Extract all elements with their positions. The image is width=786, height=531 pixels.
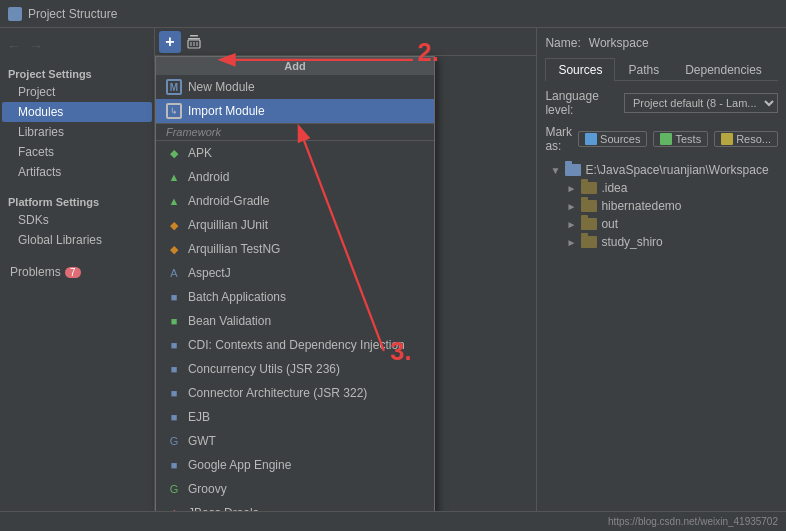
google-app-engine-item[interactable]: ■ Google App Engine: [156, 453, 434, 477]
hibernatedemo-label: hibernatedemo: [601, 199, 681, 213]
new-module-icon: M: [166, 79, 182, 95]
svg-rect-1: [190, 35, 198, 37]
jboss-icon: ◆: [166, 505, 182, 511]
sidebar-item-artifacts[interactable]: Artifacts: [2, 162, 152, 182]
add-button[interactable]: +: [159, 31, 181, 53]
center-panel: + Add M New Mo: [155, 28, 537, 511]
project-structure-window: Project Structure ← → Project Settings P…: [0, 0, 786, 531]
dropdown-header: Add: [156, 57, 434, 75]
study-shiro-label: study_shiro: [601, 235, 662, 249]
aspectj-icon: A: [166, 265, 182, 281]
bean-validation-item[interactable]: ■ Bean Validation: [156, 309, 434, 333]
ejb-icon: ■: [166, 409, 182, 425]
tree-out-item[interactable]: ► out: [545, 215, 778, 233]
name-label: Name:: [545, 36, 580, 50]
gwt-item[interactable]: G GWT: [156, 429, 434, 453]
sidebar-item-modules[interactable]: Modules: [2, 102, 152, 122]
mark-tests-label: Tests: [675, 133, 701, 145]
groovy-item[interactable]: G Groovy: [156, 477, 434, 501]
out-label: out: [601, 217, 618, 231]
idea-label: .idea: [601, 181, 627, 195]
mark-sources-button[interactable]: Sources: [578, 131, 647, 147]
mark-sources-label: Sources: [600, 133, 640, 145]
delete-button[interactable]: [183, 31, 205, 53]
apk-item[interactable]: ◆ APK: [156, 141, 434, 165]
idea-folder-icon: [581, 182, 597, 194]
tree-root-item[interactable]: ▼ E:\JavaSpace\ruanjian\Workspace: [545, 161, 778, 179]
apk-icon: ◆: [166, 145, 182, 161]
tabs-row: Sources Paths Dependencies: [545, 58, 778, 81]
problems-badge: 7: [65, 267, 81, 278]
hibernatedemo-arrow: ►: [565, 201, 577, 212]
sidebar-item-facets[interactable]: Facets: [2, 142, 152, 162]
ejb-item[interactable]: ■ EJB: [156, 405, 434, 429]
gwt-icon: G: [166, 433, 182, 449]
idea-arrow: ►: [565, 183, 577, 194]
platform-settings-label: Platform Settings: [0, 188, 154, 210]
project-settings-label: Project Settings: [0, 60, 154, 82]
mark-as-row: Mark as: Sources Tests Reso...: [545, 125, 778, 153]
mark-as-label: Mark as:: [545, 125, 572, 153]
arquillian-junit-icon: ◆: [166, 217, 182, 233]
google-icon: ■: [166, 457, 182, 473]
mark-tests-button[interactable]: Tests: [653, 131, 708, 147]
svg-rect-0: [188, 38, 200, 40]
new-module-item[interactable]: M New Module: [156, 75, 434, 99]
sidebar-item-problems[interactable]: Problems 7: [2, 262, 152, 282]
tab-sources[interactable]: Sources: [545, 58, 615, 81]
import-module-icon: ↳: [166, 103, 182, 119]
android-gradle-item[interactable]: ▲ Android-Gradle: [156, 189, 434, 213]
arquillian-testng-icon: ◆: [166, 241, 182, 257]
add-dropdown-menu: Add M New Module ↳ Import Module Framewo…: [155, 56, 435, 511]
back-button[interactable]: ←: [4, 36, 24, 56]
module-toolbar: +: [155, 28, 536, 56]
android-gradle-icon: ▲: [166, 193, 182, 209]
tree-study-shiro-item[interactable]: ► study_shiro: [545, 233, 778, 251]
lang-level-row: Language level: Project default (8 - Lam…: [545, 89, 778, 117]
problems-section: Problems 7: [0, 262, 154, 282]
tab-paths[interactable]: Paths: [615, 58, 672, 81]
lang-level-label: Language level:: [545, 89, 618, 117]
mark-resources-label: Reso...: [736, 133, 771, 145]
study-shiro-arrow: ►: [565, 237, 577, 248]
sidebar-item-global-libraries[interactable]: Global Libraries: [2, 230, 152, 250]
window-icon: [8, 7, 22, 21]
tab-dependencies[interactable]: Dependencies: [672, 58, 775, 81]
sidebar-item-project[interactable]: Project: [2, 82, 152, 102]
sidebar-item-libraries[interactable]: Libraries: [2, 122, 152, 142]
root-arrow: ▼: [549, 165, 561, 176]
mark-resources-button[interactable]: Reso...: [714, 131, 778, 147]
out-arrow: ►: [565, 219, 577, 230]
connector-item[interactable]: ■ Connector Architecture (JSR 322): [156, 381, 434, 405]
study-shiro-folder-icon: [581, 236, 597, 248]
root-folder-icon: [565, 164, 581, 176]
name-row: Name: Workspace: [545, 36, 778, 50]
window-title: Project Structure: [28, 7, 117, 21]
arquillian-testng-item[interactable]: ◆ Arquillian TestNG: [156, 237, 434, 261]
android-item[interactable]: ▲ Android: [156, 165, 434, 189]
name-value: Workspace: [589, 36, 778, 50]
concurrency-icon: ■: [166, 361, 182, 377]
sidebar-item-sdks[interactable]: SDKs: [2, 210, 152, 230]
aspectj-item[interactable]: A AspectJ: [156, 261, 434, 285]
forward-button[interactable]: →: [26, 36, 46, 56]
import-module-item[interactable]: ↳ Import Module: [156, 99, 434, 123]
arquillian-junit-item[interactable]: ◆ Arquillian JUnit: [156, 213, 434, 237]
nav-toolbar: ← →: [0, 32, 154, 60]
cdi-item[interactable]: ■ CDI: Contexts and Dependency Injection: [156, 333, 434, 357]
groovy-icon: G: [166, 481, 182, 497]
bean-icon: ■: [166, 313, 182, 329]
connector-icon: ■: [166, 385, 182, 401]
framework-divider: Framework: [156, 123, 434, 141]
sidebar: ← → Project Settings Project Modules Lib…: [0, 28, 155, 511]
tree-idea-item[interactable]: ► .idea: [545, 179, 778, 197]
batch-applications-item[interactable]: ■ Batch Applications: [156, 285, 434, 309]
concurrency-item[interactable]: ■ Concurrency Utils (JSR 236): [156, 357, 434, 381]
tree-hibernatedemo-item[interactable]: ► hibernatedemo: [545, 197, 778, 215]
root-label: E:\JavaSpace\ruanjian\Workspace: [585, 163, 768, 177]
main-content: ← → Project Settings Project Modules Lib…: [0, 28, 786, 511]
jboss-drools-item[interactable]: ◆ JBoss Drools: [156, 501, 434, 511]
status-url: https://blog.csdn.net/weixin_41935702: [608, 516, 778, 527]
right-panel: Name: Workspace Sources Paths Dependenci…: [537, 28, 786, 511]
lang-level-select[interactable]: Project default (8 - Lam...: [624, 93, 778, 113]
